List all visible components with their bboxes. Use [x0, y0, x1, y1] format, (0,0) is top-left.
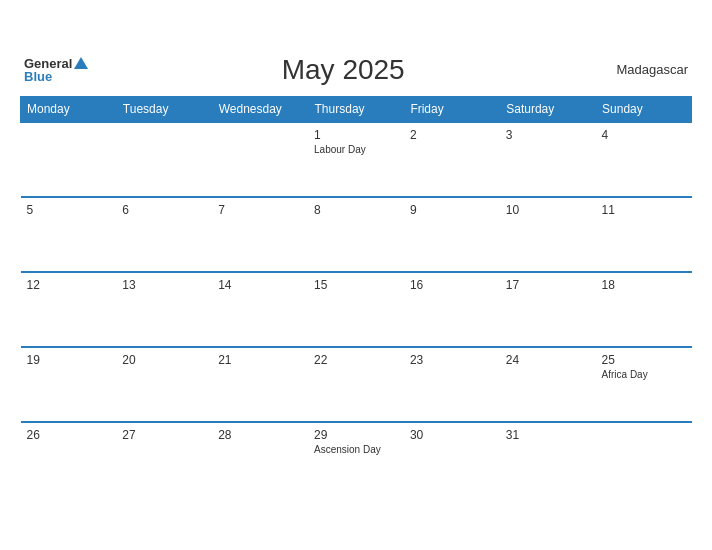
day-number: 14 [218, 278, 302, 292]
calendar-cell: 9 [404, 197, 500, 272]
calendar-tbody: 1Labour Day23456789101112131415161718192… [21, 122, 692, 497]
day-number: 10 [506, 203, 590, 217]
calendar-cell: 19 [21, 347, 117, 422]
calendar-country: Madagascar [598, 62, 688, 77]
day-number: 26 [27, 428, 111, 442]
day-number: 5 [27, 203, 111, 217]
calendar-cell: 5 [21, 197, 117, 272]
day-number: 13 [122, 278, 206, 292]
weekday-header-tuesday: Tuesday [116, 96, 212, 122]
calendar-cell: 23 [404, 347, 500, 422]
week-row-4: 26272829Ascension Day3031 [21, 422, 692, 497]
week-row-2: 12131415161718 [21, 272, 692, 347]
day-number: 22 [314, 353, 398, 367]
calendar-cell: 3 [500, 122, 596, 197]
day-number: 3 [506, 128, 590, 142]
calendar-cell: 25Africa Day [596, 347, 692, 422]
calendar-cell: 4 [596, 122, 692, 197]
day-number: 15 [314, 278, 398, 292]
calendar-cell [21, 122, 117, 197]
day-number: 7 [218, 203, 302, 217]
day-event: Ascension Day [314, 444, 398, 455]
day-event: Africa Day [602, 369, 686, 380]
calendar-cell: 7 [212, 197, 308, 272]
logo-blue-text: Blue [24, 70, 88, 83]
calendar-cell: 6 [116, 197, 212, 272]
day-number: 23 [410, 353, 494, 367]
calendar-cell [116, 122, 212, 197]
day-number: 19 [27, 353, 111, 367]
calendar-cell: 8 [308, 197, 404, 272]
calendar-cell: 15 [308, 272, 404, 347]
calendar-cell: 28 [212, 422, 308, 497]
day-number: 21 [218, 353, 302, 367]
day-number: 12 [27, 278, 111, 292]
day-number: 28 [218, 428, 302, 442]
weekday-header-thursday: Thursday [308, 96, 404, 122]
calendar-cell: 22 [308, 347, 404, 422]
calendar-cell: 27 [116, 422, 212, 497]
calendar-title: May 2025 [88, 54, 598, 86]
calendar-cell: 20 [116, 347, 212, 422]
calendar-cell: 10 [500, 197, 596, 272]
calendar-cell: 18 [596, 272, 692, 347]
day-number: 6 [122, 203, 206, 217]
week-row-1: 567891011 [21, 197, 692, 272]
week-row-3: 19202122232425Africa Day [21, 347, 692, 422]
day-number: 24 [506, 353, 590, 367]
calendar-cell: 30 [404, 422, 500, 497]
calendar-cell: 11 [596, 197, 692, 272]
calendar-cell: 14 [212, 272, 308, 347]
day-number: 29 [314, 428, 398, 442]
calendar-wrapper: General Blue May 2025 Madagascar MondayT… [10, 44, 702, 507]
calendar-cell: 21 [212, 347, 308, 422]
day-number: 8 [314, 203, 398, 217]
week-row-0: 1Labour Day234 [21, 122, 692, 197]
calendar-cell: 1Labour Day [308, 122, 404, 197]
day-number: 16 [410, 278, 494, 292]
logo-triangle-icon [74, 57, 88, 69]
day-number: 27 [122, 428, 206, 442]
calendar-cell: 16 [404, 272, 500, 347]
weekday-header-friday: Friday [404, 96, 500, 122]
logo-general-text: General [24, 57, 72, 70]
calendar-cell [212, 122, 308, 197]
calendar-table: MondayTuesdayWednesdayThursdayFridaySatu… [20, 96, 692, 497]
calendar-cell: 12 [21, 272, 117, 347]
weekday-header-wednesday: Wednesday [212, 96, 308, 122]
day-number: 9 [410, 203, 494, 217]
calendar-cell: 24 [500, 347, 596, 422]
day-number: 11 [602, 203, 686, 217]
calendar-cell: 31 [500, 422, 596, 497]
day-event: Labour Day [314, 144, 398, 155]
calendar-cell [596, 422, 692, 497]
day-number: 17 [506, 278, 590, 292]
calendar-header: General Blue May 2025 Madagascar [20, 54, 692, 86]
logo: General Blue [24, 57, 88, 83]
day-number: 30 [410, 428, 494, 442]
calendar-thead: MondayTuesdayWednesdayThursdayFridaySatu… [21, 96, 692, 122]
day-number: 1 [314, 128, 398, 142]
day-number: 20 [122, 353, 206, 367]
day-number: 2 [410, 128, 494, 142]
calendar-cell: 17 [500, 272, 596, 347]
calendar-cell: 2 [404, 122, 500, 197]
weekday-header-monday: Monday [21, 96, 117, 122]
weekday-header-row: MondayTuesdayWednesdayThursdayFridaySatu… [21, 96, 692, 122]
calendar-cell: 13 [116, 272, 212, 347]
day-number: 25 [602, 353, 686, 367]
weekday-header-sunday: Sunday [596, 96, 692, 122]
weekday-header-saturday: Saturday [500, 96, 596, 122]
calendar-cell: 26 [21, 422, 117, 497]
day-number: 31 [506, 428, 590, 442]
day-number: 4 [602, 128, 686, 142]
calendar-cell: 29Ascension Day [308, 422, 404, 497]
day-number: 18 [602, 278, 686, 292]
